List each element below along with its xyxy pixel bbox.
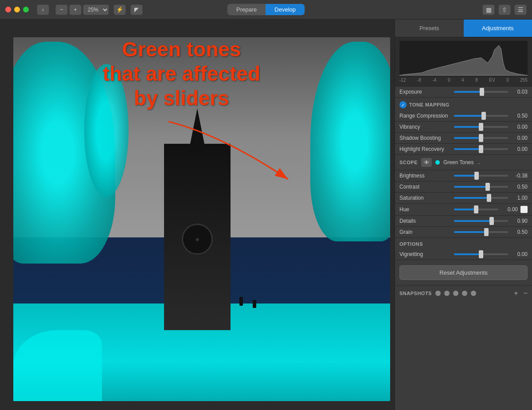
options-header: OPTIONS (395, 238, 532, 249)
hist-label-minus8: -8 (417, 78, 421, 83)
range-compression-fill (454, 115, 484, 117)
contrast-value: 0.50 (512, 184, 528, 190)
shadow-boosting-fill (454, 137, 481, 139)
vibrancy-label: Vibrancy (399, 124, 450, 130)
vignetting-value: 0.00 (512, 251, 528, 257)
vibrancy-thumb[interactable] (479, 123, 483, 131)
highlight-recovery-thumb[interactable] (479, 145, 483, 153)
contrast-row: Contrast 0.50 (395, 181, 532, 193)
sidebar-toggle-icon[interactable]: ☰ (514, 4, 527, 15)
scope-row: SCOPE 👁 Green Tones ⌄ (395, 155, 532, 170)
hue-track[interactable] (454, 209, 498, 210)
details-thumb[interactable] (489, 217, 494, 225)
contrast-thumb[interactable] (485, 183, 490, 191)
titlebar-right: ▦ ⇧ ☰ (482, 4, 527, 15)
exposure-fill (454, 91, 482, 93)
highlight-recovery-value: 0.00 (512, 146, 528, 152)
figure1 (239, 297, 243, 306)
snapshot-dot-1[interactable] (435, 291, 441, 296)
brightness-track[interactable] (454, 175, 508, 177)
contrast-label: Contrast (399, 184, 450, 190)
zoom-select[interactable]: 25% (83, 4, 109, 15)
grain-row: Grain 0.50 (395, 227, 532, 238)
exposure-label: Exposure (399, 89, 450, 95)
grain-track[interactable] (454, 231, 508, 233)
highlight-recovery-fill (454, 148, 481, 150)
snapshot-remove-button[interactable]: − (524, 289, 528, 297)
options-title: OPTIONS (399, 241, 423, 247)
tone-mapping-header: ✓ TONE MAPPING (395, 98, 532, 110)
tab-presets[interactable]: Presets (395, 20, 464, 37)
range-compression-label: Range Compression (399, 113, 450, 119)
shadow-boosting-value: 0.00 (512, 135, 528, 141)
annotation-line1: Green tones (103, 37, 260, 62)
shadow-boosting-thumb[interactable] (479, 134, 483, 142)
tower-spire (188, 108, 206, 153)
contrast-track[interactable] (454, 186, 508, 188)
share-icon[interactable]: ⇧ (498, 4, 511, 15)
details-value: 0.90 (512, 218, 528, 224)
highlight-recovery-label: Highlight Recovery (399, 146, 450, 152)
zoom-out-button[interactable]: − (55, 4, 68, 15)
range-compression-thumb[interactable] (481, 112, 486, 120)
vibrancy-value: 0.00 (512, 124, 528, 130)
range-compression-row: Range Compression 0.50 (395, 110, 532, 122)
brightness-thumb[interactable] (474, 172, 479, 180)
crop-icon[interactable]: ▦ (482, 4, 495, 15)
saturation-thumb[interactable] (487, 194, 491, 202)
snapshot-dot-3[interactable] (453, 291, 458, 296)
grain-value: 0.50 (512, 229, 528, 235)
snapshot-add-button[interactable]: + (514, 289, 518, 297)
reset-adjustments-button[interactable]: Reset Adjustments (399, 265, 528, 280)
scope-eye-button[interactable]: 👁 (421, 158, 432, 167)
zoom-in-button[interactable]: + (69, 4, 82, 15)
main-layout: Green tones that are affected by sliders (0, 20, 532, 410)
range-compression-value: 0.50 (512, 113, 528, 119)
histogram-svg (399, 41, 528, 76)
snapshot-dot-5[interactable] (471, 291, 476, 296)
back-button[interactable]: ‹ (37, 4, 49, 15)
highlight-recovery-track[interactable] (454, 148, 508, 150)
range-compression-track[interactable] (454, 115, 508, 117)
saturation-row: Saturation 1.00 (395, 193, 532, 204)
saturation-track[interactable] (454, 197, 508, 199)
lightning-button[interactable]: ⚡ (113, 4, 126, 15)
tower-body: ⊕ (164, 144, 231, 330)
hue-color-square[interactable] (520, 206, 528, 213)
close-button[interactable] (5, 7, 11, 12)
grain-thumb[interactable] (484, 228, 489, 236)
tab-adjustments[interactable]: Adjustments (464, 20, 532, 37)
scope-chevron-icon[interactable]: ⌄ (477, 160, 481, 165)
details-row: Details 0.90 (395, 216, 532, 227)
tone-mapping-check[interactable]: ✓ (399, 101, 407, 108)
details-track[interactable] (454, 220, 508, 222)
scope-label: SCOPE (399, 160, 418, 165)
vibrancy-row: Vibrancy 0.00 (395, 122, 532, 133)
saturation-fill (454, 197, 489, 199)
exposure-value: 0.03 (512, 89, 528, 95)
vignetting-fill (454, 253, 481, 255)
layout-button[interactable]: ◤ (130, 4, 143, 15)
hue-value: 0.00 (502, 206, 518, 213)
snapshot-dot-4[interactable] (462, 291, 467, 296)
scope-value[interactable]: Green Tones (443, 159, 474, 166)
hist-label-ev: EV (489, 78, 495, 83)
exposure-track[interactable] (454, 91, 508, 93)
vignetting-row: Vignetting 0.00 (395, 249, 532, 260)
vignetting-thumb[interactable] (479, 250, 483, 258)
hist-label-minus4: -4 (432, 78, 436, 83)
exposure-thumb[interactable] (480, 88, 484, 96)
vignetting-track[interactable] (454, 253, 508, 255)
hue-row: Hue 0.00 (395, 204, 532, 216)
develop-mode-button[interactable]: Develop (266, 4, 305, 15)
minimize-button[interactable] (14, 7, 20, 12)
snapshot-dot-2[interactable] (444, 291, 450, 296)
brightness-label: Brightness (399, 173, 450, 179)
maximize-button[interactable] (23, 7, 29, 12)
vibrancy-track[interactable] (454, 126, 508, 128)
contrast-fill (454, 186, 488, 188)
shadow-boosting-track[interactable] (454, 137, 508, 139)
hue-thumb[interactable] (474, 205, 478, 213)
canvas-area: Green tones that are affected by sliders (0, 20, 395, 410)
prepare-mode-button[interactable]: Prepare (227, 4, 266, 15)
